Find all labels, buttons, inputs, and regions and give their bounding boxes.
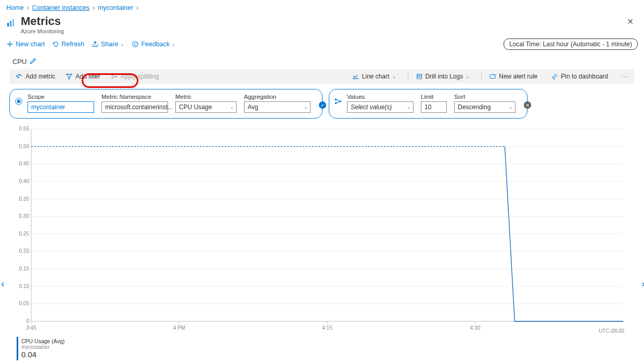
chevron-right-icon: › [136, 4, 138, 11]
more-options-button[interactable]: ··· [619, 73, 632, 80]
svg-point-11 [115, 76, 117, 77]
metrics-icon [6, 18, 17, 28]
metric-label: Metric [175, 94, 237, 100]
svg-text:0.10: 0.10 [19, 283, 30, 289]
values-value: Select value(s) [351, 103, 392, 111]
logs-icon [416, 73, 423, 80]
page-subtitle: Azure Monitoring [21, 28, 64, 34]
namespace-label: Metric Namespace [101, 94, 168, 100]
chart-type-label: Line chart [362, 73, 390, 80]
chart-type-selector[interactable]: Line chart ⌄ [349, 71, 400, 82]
pin-icon [551, 73, 558, 80]
apply-splitting-button[interactable]: Apply splitting [108, 71, 162, 82]
metric-selector[interactable]: CPU Usage⌄ [175, 101, 237, 113]
metric-config-row: Scope mycontainer Metric Namespace micro… [9, 89, 635, 119]
share-button[interactable]: Share ⌄ [92, 41, 124, 48]
refresh-icon [52, 41, 59, 48]
smiley-icon [132, 41, 139, 48]
divider [408, 72, 408, 81]
aggregation-label: Aggregation [244, 94, 311, 100]
breadcrumb-container-instances[interactable]: Container instances [32, 4, 89, 11]
svg-text:4:15: 4:15 [322, 325, 332, 331]
refresh-label: Refresh [61, 41, 84, 48]
add-metric-button[interactable]: Add metric [12, 71, 58, 82]
chart-name: CPU [12, 58, 27, 66]
chevron-down-icon: ⌄ [304, 105, 308, 110]
scope-value: mycontainer [31, 103, 65, 111]
command-bar: New chart Refresh Share ⌄ Feedback ⌄ Loc… [0, 36, 644, 54]
new-chart-button[interactable]: New chart [6, 41, 45, 48]
svg-text:0.50: 0.50 [19, 144, 30, 149]
svg-point-17 [340, 101, 342, 103]
svg-text:0: 0 [26, 318, 29, 324]
metric-valid-badge: ✓ [319, 101, 326, 109]
chevron-right-icon: › [27, 4, 29, 11]
feedback-button[interactable]: Feedback ⌄ [132, 41, 176, 48]
new-alert-label: New alert rule [499, 73, 537, 80]
remove-split-button[interactable]: ✕ [524, 101, 531, 109]
add-filter-label: Add filter [75, 73, 100, 80]
svg-rect-0 [7, 23, 9, 27]
values-label: Values [347, 94, 414, 100]
apply-splitting-label: Apply splitting [121, 73, 159, 80]
svg-text:0.55: 0.55 [19, 126, 30, 132]
svg-rect-14 [17, 100, 20, 103]
namespace-selector[interactable]: microsoft.containerinst...⌄ [101, 101, 168, 113]
add-filter-button[interactable]: Add filter [62, 71, 103, 82]
svg-point-3 [133, 42, 138, 47]
breadcrumb: Home › Container instances › mycontainer… [0, 0, 644, 15]
chevron-down-icon: ⌄ [509, 105, 513, 110]
legend-series-name: CPU Usage (Avg) [21, 338, 65, 344]
svg-point-9 [111, 75, 112, 76]
svg-point-8 [18, 77, 19, 78]
svg-text:4 PM: 4 PM [173, 325, 185, 331]
legend-card[interactable]: CPU Usage (Avg) mycontainer 0.04 [17, 337, 68, 360]
limit-input[interactable]: 10 [421, 101, 447, 113]
svg-point-5 [136, 43, 137, 44]
legend-resource: mycontainer [21, 344, 65, 350]
svg-text:UTC-08:00: UTC-08:00 [599, 328, 624, 334]
filter-icon [66, 73, 73, 80]
share-label: Share [101, 41, 118, 48]
breadcrumb-home[interactable]: Home [6, 4, 23, 11]
split-group-icon [333, 97, 343, 106]
aggregation-selector[interactable]: Avg⌄ [244, 101, 311, 113]
svg-text:3:45: 3:45 [26, 325, 36, 331]
svg-point-4 [134, 43, 135, 44]
limit-label: Limit [421, 94, 447, 100]
divider [481, 72, 482, 81]
prev-chart-button[interactable]: ‹ [1, 278, 5, 290]
pin-label: Pin to dashboard [561, 73, 608, 80]
chevron-down-icon: ⌄ [230, 105, 234, 110]
svg-text:0.30: 0.30 [19, 214, 30, 219]
svg-text:0.20: 0.20 [19, 249, 30, 254]
edit-chart-name-button[interactable] [30, 57, 37, 66]
svg-text:0.05: 0.05 [19, 301, 30, 307]
drill-logs-button[interactable]: Drill into Logs ⌄ [413, 71, 473, 82]
chart-area: 00.050.100.150.200.250.300.350.400.450.5… [17, 126, 635, 334]
legend-value: 0.04 [21, 350, 65, 359]
next-chart-button[interactable]: › [641, 278, 644, 290]
values-selector[interactable]: Select value(s)⌄ [347, 101, 414, 113]
metric-value: CPU Usage [179, 103, 212, 111]
chevron-down-icon: ⌄ [120, 42, 124, 47]
sort-value: Descending [458, 103, 491, 111]
scope-selector[interactable]: mycontainer [28, 101, 94, 113]
page-title: Metrics [21, 15, 64, 28]
svg-point-7 [18, 74, 19, 75]
svg-text:0.35: 0.35 [19, 196, 30, 202]
svg-text:0.25: 0.25 [19, 231, 30, 237]
time-range-selector[interactable]: Local Time: Last hour (Automatic - 1 min… [504, 38, 638, 50]
refresh-button[interactable]: Refresh [52, 41, 84, 48]
new-alert-button[interactable]: New alert rule [486, 71, 540, 82]
plus-icon [6, 41, 14, 48]
line-chart[interactable]: 00.050.100.150.200.250.300.350.400.450.5… [17, 126, 625, 334]
chevron-right-icon: › [93, 4, 95, 11]
chart-toolbar: Add metric Add filter Apply splitting Li… [9, 69, 635, 84]
sort-selector[interactable]: Descending⌄ [454, 101, 516, 113]
svg-text:0.40: 0.40 [19, 178, 30, 184]
close-button[interactable]: ✕ [623, 15, 638, 29]
pin-dashboard-button[interactable]: Pin to dashboard [548, 71, 611, 82]
metric-selector-group: Scope mycontainer Metric Namespace micro… [9, 89, 323, 119]
breadcrumb-current[interactable]: mycontainer [98, 4, 133, 11]
